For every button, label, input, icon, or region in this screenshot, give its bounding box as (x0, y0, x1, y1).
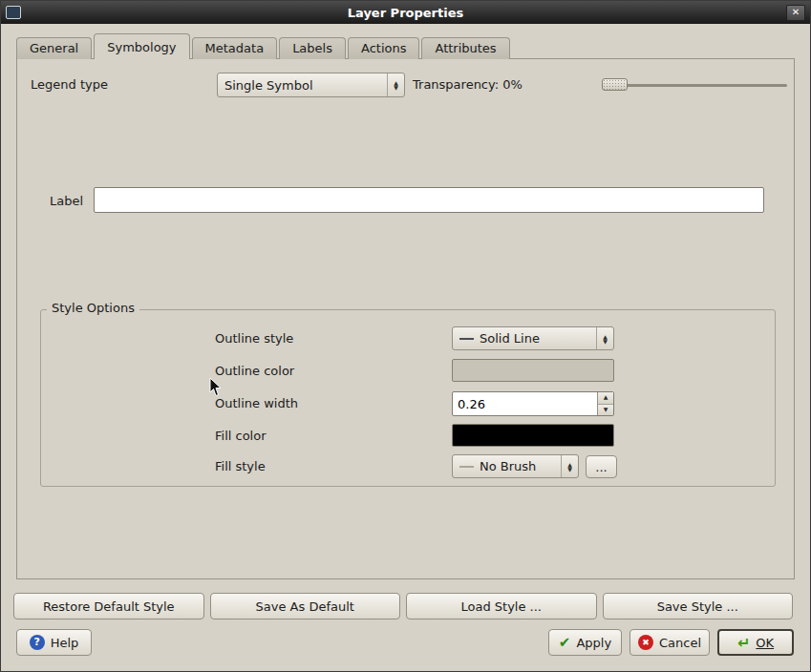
slider-handle[interactable] (602, 78, 628, 91)
slider-track[interactable] (602, 84, 787, 87)
tab-actions[interactable]: Actions (348, 37, 420, 59)
tab-bar: General Symbology Metadata Labels Action… (16, 33, 512, 59)
ok-return-icon: ↵ (737, 634, 750, 652)
outline-color-label: Outline color (215, 364, 294, 378)
fill-style-more-button[interactable]: ... (586, 455, 617, 478)
combo-arrows-icon: ▲▼ (387, 74, 404, 96)
save-style-button[interactable]: Save Style ... (603, 593, 794, 620)
tab-metadata[interactable]: Metadata (192, 37, 278, 59)
legend-type-label: Legend type (31, 77, 108, 92)
fill-style-combo[interactable]: No Brush ▲▼ (452, 454, 579, 478)
footer-buttons: ✔ Apply ✖ Cancel ↵ OK (548, 629, 794, 656)
label-input[interactable] (94, 187, 764, 213)
spin-down-icon[interactable]: ▼ (598, 405, 613, 416)
outline-color-button[interactable] (452, 359, 614, 382)
outline-width-label: Outline width (215, 396, 298, 410)
style-options-title: Style Options (47, 301, 139, 315)
legend-type-value: Single Symbol (224, 78, 313, 93)
outline-style-value: Solid Line (480, 331, 540, 346)
legend-type-combo[interactable]: Single Symbol ▲▼ (217, 73, 405, 97)
spin-buttons: ▲ ▼ (597, 392, 613, 415)
close-icon: ✕ (792, 7, 800, 17)
tab-general[interactable]: General (16, 37, 92, 59)
close-button[interactable]: ✕ (786, 5, 805, 21)
window-icon (6, 6, 21, 19)
tab-attributes[interactable]: Attributes (421, 37, 509, 59)
layer-properties-dialog: Layer Properties ✕ General Symbology Met… (0, 0, 811, 672)
titlebar[interactable]: Layer Properties ✕ (1, 1, 810, 24)
fill-style-label: Fill style (215, 459, 266, 473)
spin-up-icon[interactable]: ▲ (598, 392, 613, 405)
cancel-button[interactable]: ✖ Cancel (630, 629, 710, 656)
help-label: Help (51, 636, 79, 650)
fill-style-value: No Brush (480, 459, 536, 473)
outline-style-combo[interactable]: Solid Line ▲▼ (452, 326, 614, 350)
restore-default-style-button[interactable]: Restore Default Style (13, 593, 204, 620)
window-title: Layer Properties (1, 6, 810, 20)
cancel-label: Cancel (659, 636, 701, 650)
fill-color-button[interactable] (452, 424, 614, 447)
help-icon: ? (30, 635, 45, 650)
apply-label: Apply (576, 636, 611, 650)
fill-color-label: Fill color (215, 429, 267, 443)
apply-button[interactable]: ✔ Apply (548, 629, 622, 656)
load-style-button[interactable]: Load Style ... (406, 593, 597, 620)
help-button[interactable]: ? Help (16, 629, 92, 656)
solid-line-icon (459, 338, 474, 340)
no-brush-icon (459, 466, 474, 468)
transparency-label: Transparency: 0% (413, 77, 523, 92)
combo-arrows-icon: ▲▼ (561, 455, 578, 477)
cancel-x-icon: ✖ (638, 635, 653, 650)
symbology-tab-panel: Legend type Single Symbol ▲▼ Transparenc… (16, 58, 795, 579)
ok-button[interactable]: ↵ OK (717, 629, 794, 656)
style-buttons-row: Restore Default Style Save As Default Lo… (13, 593, 793, 620)
combo-arrows-icon: ▲▼ (596, 327, 613, 349)
save-as-default-button[interactable]: Save As Default (210, 593, 401, 620)
outline-width-input[interactable] (453, 392, 597, 415)
tab-labels[interactable]: Labels (279, 37, 346, 59)
outline-width-spinbox[interactable]: ▲ ▼ (452, 391, 614, 416)
ok-label: OK (756, 636, 774, 650)
label-field-label: Label (50, 194, 83, 208)
tab-symbology[interactable]: Symbology (94, 33, 189, 59)
style-options-group: Style Options Outline style Solid Line ▲… (40, 309, 776, 487)
outline-style-label: Outline style (215, 331, 293, 346)
apply-check-icon: ✔ (559, 634, 571, 651)
transparency-slider[interactable] (602, 77, 787, 93)
